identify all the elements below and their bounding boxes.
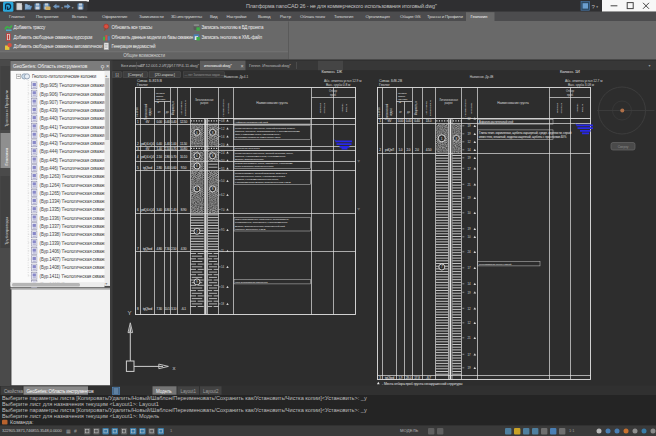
svg-text:Трассы и Профили: Трассы и Профили <box>427 14 463 19</box>
svg-text:Layout1: Layout1 <box>181 389 197 394</box>
svg-text:Геолог: Геолог <box>137 83 149 87</box>
svg-text:0.40: 0.40 <box>164 120 170 124</box>
svg-text:Глубина отбора: Глубина отбора <box>222 99 225 117</box>
svg-text:▾: ▾ <box>105 281 107 286</box>
svg-text:12.50: 12.50 <box>180 120 188 124</box>
svg-text:5.0: 5.0 <box>221 179 225 183</box>
svg-text:индекс: индекс <box>149 107 152 116</box>
svg-text:⚲: ⚲ <box>101 64 105 70</box>
svg-text:Геология: Геология <box>471 14 489 19</box>
svg-text:GeoSeries: Область инструменто: GeoSeries: Область инструментов <box>27 389 95 394</box>
svg-text:Растр: Растр <box>280 14 292 19</box>
svg-text:интервал: интервал <box>556 102 559 113</box>
svg-text:проб воды: проб воды <box>470 102 473 114</box>
svg-text:3.40: 3.40 <box>164 166 170 170</box>
svg-text:1: 1 <box>441 137 443 141</box>
svg-text:1.2: 1.2 <box>221 127 225 131</box>
svg-text:7: 7 <box>441 265 443 269</box>
svg-text:1.40: 1.40 <box>156 147 162 151</box>
svg-text:▦: ▦ <box>66 428 71 434</box>
svg-text:Переслаивание песка с глиной: Переслаивание песка с глиной <box>479 263 512 266</box>
svg-text:-6.1: -6.1 <box>181 307 186 311</box>
svg-text:▾: ▾ <box>72 6 74 10</box>
svg-text:2.50: 2.50 <box>171 247 177 251</box>
svg-text:1.9: 1.9 <box>399 376 403 380</box>
svg-text:Мощность, м: Мощность, м <box>171 100 175 115</box>
svg-text:воды, м: воды, м <box>345 103 348 112</box>
svg-text:Выберите лист для назначения т: Выберите лист для назначения текущим <La… <box>2 413 159 419</box>
svg-text:12: 12 <box>468 117 472 121</box>
svg-text:pdQ4-tQ4: pdQ4-tQ4 <box>141 208 154 212</box>
svg-text:- Места отбора проб грунта не: - Места отбора проб грунта ненарушенной … <box>382 382 463 386</box>
svg-text:0.40: 0.40 <box>406 119 412 123</box>
svg-text:0.70: 0.70 <box>171 147 177 151</box>
svg-text:Колонн. 1И: Колонн. 1И <box>560 69 580 74</box>
svg-text:1.40: 1.40 <box>171 208 177 212</box>
svg-text:4.30: 4.30 <box>181 247 187 251</box>
svg-text:17: 17 <box>468 167 472 171</box>
svg-text:1.40: 1.40 <box>164 142 170 146</box>
svg-text:12: 12 <box>468 140 472 144</box>
svg-text:0.00: 0.00 <box>398 119 404 123</box>
svg-text:(Бур.446) 'Геологическая скваж: (Бур.446) 'Геологическая скважина <box>40 166 110 171</box>
svg-text:2.0: 2.0 <box>221 143 225 147</box>
svg-text:Y: Y <box>128 310 132 316</box>
svg-text:▾: ▾ <box>649 63 651 68</box>
svg-text:322905.3871,746855.3548,0.0000: 322905.3871,746855.3548,0.0000 <box>2 428 62 433</box>
svg-text:Добавить свободные скважины ку: Добавить свободные скважины курсором <box>14 35 93 40</box>
svg-text:8: 8 <box>212 154 214 158</box>
svg-text:Выс. сруба 0.8 м: Выс. сруба 0.8 м <box>326 83 351 87</box>
svg-text:[Сверху]: [Сверху] <box>128 72 143 77</box>
svg-text:разрез: разрез <box>444 102 453 105</box>
svg-text:21: 21 <box>468 336 472 340</box>
svg-text:6: 6 <box>196 154 198 158</box>
svg-text:(Бур.1334) 'Геологическая сква: (Бур.1334) 'Геологическая скважин <box>40 199 110 204</box>
svg-text:Глина темн. коричневая, щебень: Глина темн. коричневая, щебень карьерный… <box>479 131 572 135</box>
svg-text:уровень: уровень <box>341 103 344 112</box>
svg-text:6: 6 <box>196 164 198 168</box>
svg-text:разрез: разрез <box>200 102 209 105</box>
svg-text:известняк, влажный, водонасыще: известняк, влажный, водонасыщенный, щебе… <box>479 135 567 139</box>
svg-text:Layout2: Layout2 <box>203 389 219 394</box>
svg-text:(Бур.445) 'Геологическая скваж: (Бур.445) 'Геологическая скважина <box>40 158 110 163</box>
svg-text:кровли слоя, м: кровли слоя, м <box>184 100 187 116</box>
svg-text:Записать геологию в БД проекта: Записать геологию в БД проекта <box>202 25 264 30</box>
svg-text:Обновить все трассы: Обновить все трассы <box>112 25 153 30</box>
svg-text:10.5: 10.5 <box>164 307 170 311</box>
svg-text:(Бур.1338) 'Геологическая сква: (Бур.1338) 'Геологическая скважин <box>40 232 110 237</box>
svg-text:0.60: 0.60 <box>171 166 177 170</box>
svg-text:Построение: Построение <box>36 14 59 19</box>
svg-text:Геологический: Геологический <box>144 103 148 120</box>
svg-text:Облака точек: Облака точек <box>300 14 325 19</box>
svg-text:2.4: 2.4 <box>221 151 225 155</box>
svg-text:Асфальто-растительный слой: Асфальто-растительный слой <box>235 121 268 124</box>
svg-text:Выс. сруба 3.08 м: Выс. сруба 3.08 м <box>568 83 595 87</box>
svg-text:0.40: 0.40 <box>414 119 420 123</box>
svg-text:(Бур.1406) 'Геологическая сква: (Бур.1406) 'Геологическая скважин <box>40 249 110 254</box>
svg-text:27.12.001.2-ИГДИ.ГЛР.4-11.dwg*: 27.12.001.2-ИГДИ.ГЛР.4-11.dwg* <box>140 63 200 68</box>
svg-text:tgQIwd: tgQIwd <box>143 307 152 311</box>
svg-text:до: до <box>166 111 170 114</box>
svg-text:Генпл. Итоговый.dwg*: Генпл. Итоговый.dwg* <box>249 63 291 68</box>
svg-text:pdQвЛ: pdQвЛ <box>385 148 394 152</box>
svg-text:1.0: 1.0 <box>399 148 403 152</box>
svg-text:21: 21 <box>468 183 472 187</box>
svg-text:2.0: 2.0 <box>415 148 419 152</box>
svg-text:(Бур.442) 'Геологическая скваж: (Бур.442) 'Геологическая скважина <box>40 133 110 138</box>
svg-text:№ слоя: № слоя <box>378 107 381 117</box>
svg-text:×: × <box>241 63 244 69</box>
svg-text:3D-инструменты: 3D-инструменты <box>171 14 202 19</box>
svg-text:обводнен, мощностью 1.25 м: обводнен, мощностью 1.25 м <box>235 228 266 231</box>
svg-text:Обновить данные модели из базы: Обновить данные модели из базы скважин <box>112 35 194 40</box>
svg-text:▾: ▾ <box>61 6 63 10</box>
svg-text:отбора, м: отбора, м <box>560 102 563 113</box>
svg-text:от серовато-желтого до темно-с: от серовато-желтого до темно-серого цвет… <box>235 136 281 139</box>
svg-text:7.30: 7.30 <box>156 307 162 311</box>
svg-text:с прослоями песка мелкого, вод: с прослоями песка мелкого, водонасыщенно… <box>235 181 291 184</box>
svg-text:pdQ4-tQ4: pdQ4-tQ4 <box>141 155 154 159</box>
svg-text:Вид: Вид <box>210 14 218 19</box>
svg-text:10: 10 <box>468 211 472 215</box>
svg-text:11.50: 11.50 <box>180 142 187 146</box>
svg-text:(Бур.906) 'Геологическая скваж: (Бур.906) 'Геологическая скважина <box>40 92 110 97</box>
svg-text:6: 6 <box>196 131 198 135</box>
